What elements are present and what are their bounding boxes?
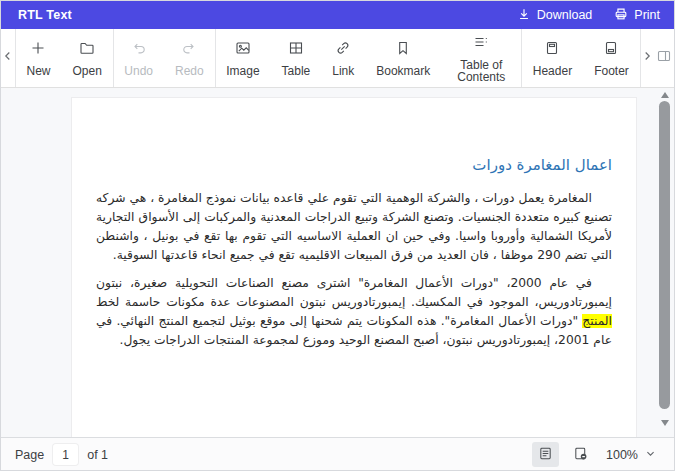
fit-page-icon	[573, 446, 588, 464]
titlebar-actions: Download Print	[517, 7, 660, 24]
side-pane-icon	[656, 48, 672, 68]
page-label: Page	[15, 448, 44, 462]
link-label: Link	[332, 65, 354, 77]
redo-label: Redo	[175, 65, 204, 77]
table-icon	[288, 40, 304, 60]
folder-icon	[79, 40, 95, 60]
table-of-contents-button[interactable]: Table of Contents	[441, 29, 521, 87]
print-label: Print	[634, 8, 660, 22]
download-icon	[517, 7, 531, 24]
print-icon	[614, 7, 628, 24]
redo-icon	[181, 40, 197, 60]
header-label: Header	[533, 65, 572, 77]
vertical-scrollbar	[658, 88, 673, 437]
bookmark-label: Bookmark	[376, 65, 430, 77]
status-bar: Page of 1 100%	[1, 437, 674, 471]
view-controls: 100%	[532, 442, 660, 467]
properties-pane-toggle-button[interactable]	[654, 29, 674, 87]
paragraph2-text-before: في عام 2000، "دورات الأعمال المغامرة" اش…	[96, 276, 612, 309]
table-label: Table	[282, 65, 311, 77]
scroll-up-arrow[interactable]	[661, 92, 669, 98]
title-bar: RTL Text Download Print	[1, 1, 674, 29]
bookmark-button[interactable]: Bookmark	[365, 29, 441, 87]
highlighted-text: المنتج	[582, 314, 612, 328]
page-navigation: Page of 1	[15, 444, 108, 465]
chevron-left-icon	[1, 49, 15, 67]
undo-icon	[131, 40, 147, 60]
download-label: Download	[537, 8, 593, 22]
table-button[interactable]: Table	[271, 29, 322, 87]
image-label: Image	[226, 65, 259, 77]
table-of-contents-icon	[473, 34, 489, 54]
image-button[interactable]: Image	[215, 29, 270, 87]
footer-button[interactable]: Footer	[583, 29, 640, 87]
scrollbar-thumb[interactable]	[659, 101, 670, 409]
link-icon	[335, 40, 351, 60]
bookmark-icon	[395, 40, 411, 60]
document-heading: اعمال المغامرة دورات	[96, 156, 612, 174]
app-title: RTL Text	[18, 8, 72, 22]
page-count-label: of 1	[87, 448, 108, 462]
header-button[interactable]: Header	[522, 29, 583, 87]
toolbar-scroll-right-button[interactable]	[640, 29, 654, 87]
undo-label: Undo	[124, 65, 153, 77]
page-number-input[interactable]	[53, 444, 78, 465]
link-button[interactable]: Link	[321, 29, 365, 87]
toolbar: New Open Undo Redo Image Table	[1, 29, 674, 88]
web-layout-button[interactable]	[532, 442, 559, 467]
new-label: New	[26, 65, 50, 77]
paragraph1-text: المغامرة يعمل دورات ، والشركة الوهمية ال…	[96, 191, 612, 262]
document-page[interactable]: اعمال المغامرة دورات المغامرة يعمل دورات…	[71, 97, 637, 437]
new-button[interactable]: New	[15, 29, 61, 87]
download-button[interactable]: Download	[517, 7, 593, 24]
chevron-down-icon	[645, 448, 656, 462]
image-icon	[235, 40, 251, 60]
header-icon	[544, 40, 560, 60]
page-lines-icon	[538, 446, 553, 464]
document-paragraph: المغامرة يعمل دورات ، والشركة الوهمية ال…	[96, 189, 612, 265]
open-label: Open	[73, 65, 102, 77]
toolbar-scroll-left-button[interactable]	[1, 29, 15, 87]
document-viewport: اعمال المغامرة دورات المغامرة يعمل دورات…	[1, 88, 674, 437]
footer-icon	[603, 40, 619, 60]
chevron-right-icon	[640, 49, 654, 67]
undo-button[interactable]: Undo	[113, 29, 164, 87]
table-of-contents-label: Table of Contents	[452, 59, 510, 83]
footer-label: Footer	[594, 65, 629, 77]
print-button[interactable]: Print	[614, 7, 660, 24]
plus-icon	[30, 40, 46, 60]
zoom-value: 100%	[606, 448, 638, 462]
scroll-down-arrow[interactable]	[661, 420, 669, 426]
fit-page-button[interactable]	[567, 442, 594, 467]
open-button[interactable]: Open	[62, 29, 113, 87]
redo-button[interactable]: Redo	[164, 29, 215, 87]
paragraph2-text-after: "دورات الأعمال المغامرة". هذه المكونات ي…	[96, 314, 612, 347]
zoom-dropdown[interactable]: 100%	[602, 448, 660, 462]
document-paragraph: في عام 2000، "دورات الأعمال المغامرة" اش…	[96, 274, 612, 350]
